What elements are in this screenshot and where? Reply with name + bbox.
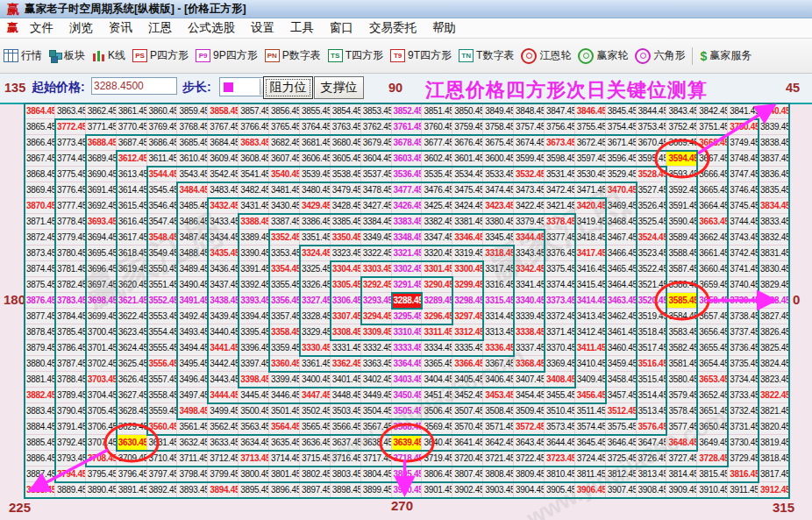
grid-cell[interactable]: 3451.45 <box>422 388 452 403</box>
grid-cell[interactable]: 3555.45 <box>147 340 178 356</box>
grid-cell[interactable]: 3878.45 <box>25 324 55 340</box>
grid-cell[interactable]: 3838.45 <box>759 135 789 151</box>
grid-cell[interactable]: 3641.45 <box>452 435 483 451</box>
toolbar-button-p-number-table[interactable]: PNP数字表 <box>261 45 324 68</box>
grid-cell[interactable]: 3292.45 <box>361 277 392 293</box>
grid-cell[interactable]: 3519.45 <box>637 309 667 324</box>
grid-cell[interactable]: 3548.45 <box>147 230 178 246</box>
grid-cell[interactable]: 3909.45 <box>666 482 697 498</box>
grid-cell[interactable]: 3488.45 <box>177 246 208 261</box>
grid-cell[interactable]: 3531.45 <box>545 167 575 182</box>
grid-cell[interactable]: 3577.45 <box>666 419 697 435</box>
grid-cell[interactable]: 3443.45 <box>208 372 239 388</box>
grid-cell[interactable]: 3529.45 <box>606 167 637 182</box>
grid-cell[interactable]: 3850.45 <box>452 103 483 119</box>
grid-cell[interactable]: 3382.45 <box>422 214 452 230</box>
grid-cell[interactable]: 3649.45 <box>697 435 728 451</box>
grid-cell[interactable]: 3502.45 <box>300 403 331 419</box>
grid-cell[interactable]: 3737.45 <box>728 324 759 340</box>
grid-cell[interactable]: 3780.45 <box>55 246 86 261</box>
grid-cell[interactable]: 3746.45 <box>728 182 759 198</box>
grid-cell[interactable]: 3882.45 <box>25 388 55 403</box>
grid-cell[interactable]: 3530.45 <box>575 167 606 182</box>
grid-cell[interactable]: 3783.45 <box>55 293 86 309</box>
grid-cell[interactable]: 3578.45 <box>666 403 697 419</box>
grid-cell[interactable]: 3775.45 <box>55 167 86 182</box>
grid-cell[interactable]: 3627.45 <box>117 388 147 403</box>
grid-cell[interactable]: 3405.45 <box>452 372 483 388</box>
grid-cell[interactable]: 3735.45 <box>728 356 759 372</box>
grid-cell[interactable]: 3350.45 <box>331 230 361 246</box>
grid-cell[interactable]: 3741.45 <box>728 261 759 277</box>
grid-cell[interactable]: 3697.45 <box>86 277 117 293</box>
grid-cell[interactable]: 3537.45 <box>361 167 392 182</box>
grid-cell[interactable]: 3680.45 <box>331 135 361 151</box>
grid-cell[interactable]: 3317.45 <box>483 261 514 277</box>
grid-cell[interactable]: 3789.45 <box>55 388 86 403</box>
grid-cell[interactable]: 3846.45 <box>575 103 606 119</box>
grid-cell[interactable]: 3553.45 <box>147 309 178 324</box>
grid-cell[interactable]: 3892.45 <box>147 482 178 498</box>
grid-cell[interactable]: 3826.45 <box>759 324 789 340</box>
grid-cell[interactable]: 3351.45 <box>300 230 331 246</box>
grid-cell[interactable]: 3686.45 <box>147 135 178 151</box>
grid-cell[interactable]: 3525.45 <box>637 214 667 230</box>
grid-cell[interactable]: 3644.45 <box>545 435 575 451</box>
grid-cell[interactable]: 3478.45 <box>361 182 392 198</box>
grid-cell[interactable]: 3679.45 <box>361 135 392 151</box>
start-price-input[interactable] <box>91 77 177 95</box>
grid-cell[interactable]: 3660.45 <box>697 261 728 277</box>
grid-cell[interactable]: 3592.45 <box>666 182 697 198</box>
grid-cell[interactable]: 3781.45 <box>55 261 86 277</box>
grid-cell[interactable]: 3897.45 <box>300 482 331 498</box>
grid-cell[interactable]: 3862.45 <box>86 103 117 119</box>
grid-cell[interactable]: 3724.45 <box>575 451 606 467</box>
grid-cell[interactable]: 3321.45 <box>392 246 423 261</box>
grid-cell[interactable]: 3388.45 <box>239 214 269 230</box>
grid-cell[interactable]: 3768.45 <box>177 119 208 135</box>
grid-cell[interactable]: 3912.45 <box>759 482 789 498</box>
grid-cell[interactable]: 3597.45 <box>575 151 606 167</box>
grid-cell[interactable]: 3640.45 <box>422 435 452 451</box>
grid-cell[interactable]: 3474.45 <box>483 182 514 198</box>
grid-cell[interactable]: 3319.45 <box>452 246 483 261</box>
grid-cell[interactable]: 3315.45 <box>483 293 514 309</box>
grid-cell[interactable]: 3304.45 <box>331 261 361 277</box>
grid-cell[interactable]: 3787.45 <box>55 356 86 372</box>
grid-cell[interactable]: 3902.45 <box>452 482 483 498</box>
grid-cell[interactable]: 3316.45 <box>483 277 514 293</box>
grid-cell[interactable]: 3378.45 <box>545 214 575 230</box>
grid-cell[interactable]: 3798.45 <box>177 467 208 482</box>
grid-cell[interactable]: 3494.45 <box>177 340 208 356</box>
menu-item-help[interactable]: 帮助 <box>424 18 464 38</box>
grid-cell[interactable]: 3772.45 <box>55 119 86 135</box>
grid-cell[interactable]: 3723.45 <box>545 451 575 467</box>
grid-cell[interactable]: 3536.45 <box>392 167 423 182</box>
grid-cell[interactable]: 3664.45 <box>697 198 728 214</box>
grid-cell[interactable]: 3374.45 <box>545 277 575 293</box>
grid-cell[interactable]: 3761.45 <box>392 119 423 135</box>
grid-cell[interactable]: 3442.45 <box>208 356 239 372</box>
menu-item-trade-entrust[interactable]: 交易委托 <box>361 18 424 38</box>
grid-cell[interactable]: 3760.45 <box>422 119 452 135</box>
grid-cell[interactable]: 3770.45 <box>117 119 147 135</box>
grid-cell[interactable]: 3339.45 <box>514 309 545 324</box>
grid-cell[interactable]: 3417.45 <box>575 246 606 261</box>
grid-cell[interactable]: 3886.45 <box>25 451 55 467</box>
grid-cell[interactable]: 3719.45 <box>422 451 452 467</box>
grid-cell[interactable]: 3858.45 <box>208 103 239 119</box>
grid-cell[interactable]: 3731.45 <box>728 419 759 435</box>
grid-cell[interactable]: 3497.45 <box>177 388 208 403</box>
grid-cell[interactable]: 3358.45 <box>269 324 300 340</box>
grid-cell[interactable]: 3341.45 <box>514 277 545 293</box>
grid-cell[interactable]: 3566.45 <box>331 419 361 435</box>
grid-cell[interactable]: 3291.45 <box>392 277 423 293</box>
grid-cell[interactable]: 3574.45 <box>575 419 606 435</box>
grid-cell[interactable]: 3784.45 <box>55 309 86 324</box>
grid-cell[interactable]: 3605.45 <box>331 151 361 167</box>
grid-cell[interactable]: 3809.45 <box>514 467 545 482</box>
grid-cell[interactable]: 3567.45 <box>361 419 392 435</box>
grid-cell[interactable]: 3579.45 <box>666 388 697 403</box>
grid-cell[interactable]: 3408.45 <box>545 372 575 388</box>
grid-cell[interactable]: 3290.45 <box>422 277 452 293</box>
